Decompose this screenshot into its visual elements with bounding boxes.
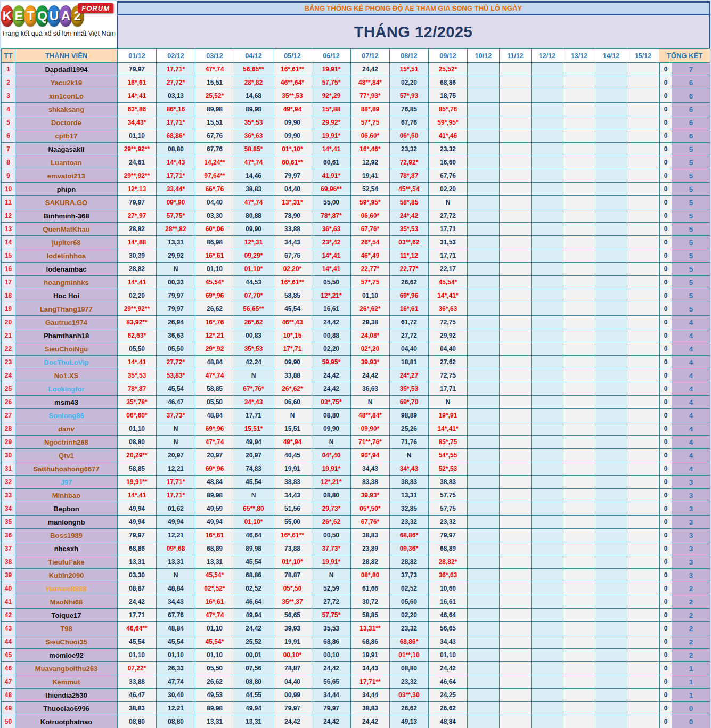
member-link[interactable]: T98 bbox=[15, 622, 118, 635]
member-link[interactable]: Phamthanh18 bbox=[15, 329, 118, 342]
member-link[interactable]: Luantoan bbox=[15, 156, 118, 169]
member-link[interactable]: LangThang1977 bbox=[15, 302, 118, 316]
member-row: 41MaoNhi6824,4234,4316*,6146,6435**,3727… bbox=[2, 595, 710, 609]
empty-cell bbox=[532, 702, 563, 715]
member-link[interactable]: Yacu2k19 bbox=[15, 76, 118, 89]
member-link[interactable]: danv bbox=[15, 422, 118, 436]
member-link[interactable]: Kotruotphatnao bbox=[15, 715, 118, 728]
member-link[interactable]: SieuChuoi35 bbox=[15, 635, 118, 649]
value-cell: 24,42 bbox=[312, 316, 351, 329]
member-link[interactable]: jupiter68 bbox=[15, 236, 118, 249]
member-link[interactable]: Thuoclao6996 bbox=[15, 702, 118, 715]
member-link[interactable]: Binhminh-368 bbox=[15, 209, 118, 223]
member-link[interactable]: Gautruc1974 bbox=[15, 316, 118, 329]
value-cell: 83,92** bbox=[118, 316, 157, 329]
empty-cell bbox=[468, 76, 500, 89]
member-link[interactable]: xin1conLo bbox=[15, 89, 118, 103]
member-link[interactable]: emvatoi213 bbox=[15, 169, 118, 183]
value-cell: 28,82 bbox=[351, 555, 390, 569]
member-link[interactable]: Bepbon bbox=[15, 502, 118, 516]
member-link[interactable]: No1.XS bbox=[15, 369, 118, 382]
member-row: 1Dapdadi199479,9717,71*47*,7456,65**16*,… bbox=[2, 63, 710, 76]
value-cell: 05,50 bbox=[157, 342, 195, 356]
zero-cell: 0 bbox=[659, 635, 672, 649]
empty-cell bbox=[627, 662, 659, 675]
empty-cell bbox=[500, 276, 532, 289]
empty-cell bbox=[468, 502, 500, 516]
empty-cell bbox=[563, 689, 595, 702]
member-link[interactable]: Doctorde bbox=[15, 116, 118, 129]
value-cell: 05,50 bbox=[195, 396, 234, 409]
member-link[interactable]: Ngoctrinh268 bbox=[15, 436, 118, 449]
empty-cell bbox=[627, 595, 659, 609]
rank-cell: 5 bbox=[2, 116, 15, 129]
value-cell: 03**,62 bbox=[390, 236, 429, 249]
empty-cell bbox=[627, 702, 659, 715]
member-link[interactable]: Hainam8888 bbox=[15, 582, 118, 595]
member-link[interactable]: DocThuLoVip bbox=[15, 356, 118, 369]
rank-cell: 37 bbox=[2, 542, 15, 555]
member-link[interactable]: Boss1989 bbox=[15, 529, 118, 542]
value-cell: 29,92* bbox=[312, 116, 351, 129]
zero-cell: 0 bbox=[659, 582, 672, 595]
member-link[interactable]: MaoNhi68 bbox=[15, 595, 118, 609]
member-link[interactable]: phipn bbox=[15, 183, 118, 196]
member-link[interactable]: momloe92 bbox=[15, 649, 118, 662]
value-cell: 68,86* bbox=[157, 129, 195, 143]
member-link[interactable]: manlongnb bbox=[15, 516, 118, 529]
member-row: 29Ngoctrinh26808,80N47*,7449,9449*,94N71… bbox=[2, 436, 710, 449]
member-link[interactable]: cptb17 bbox=[15, 129, 118, 143]
value-cell: 27,72 bbox=[429, 209, 468, 223]
member-link[interactable]: msm43 bbox=[15, 396, 118, 409]
member-link[interactable]: SAKURA.GO bbox=[15, 196, 118, 209]
value-cell: 66*,76 bbox=[195, 183, 234, 196]
member-link[interactable]: Dapdadi1994 bbox=[15, 63, 118, 76]
member-link[interactable]: thiendia2530 bbox=[15, 689, 118, 702]
member-link[interactable]: J97 bbox=[15, 476, 118, 489]
value-cell: 27,72 bbox=[390, 329, 429, 342]
member-link[interactable]: Kemmut bbox=[15, 675, 118, 689]
member-link[interactable]: shkaksang bbox=[15, 103, 118, 116]
value-cell: 00,10 bbox=[312, 649, 351, 662]
member-link[interactable]: Kubin2090 bbox=[15, 569, 118, 582]
forum-logo[interactable]: KETQUA2FORUM Trang kết quả xổ số lớn nhấ… bbox=[1, 1, 118, 48]
value-cell: 14*,41 bbox=[118, 276, 157, 289]
empty-cell bbox=[563, 502, 595, 516]
member-link[interactable]: TieufuFake bbox=[15, 555, 118, 569]
empty-cell bbox=[627, 356, 659, 369]
empty-cell bbox=[595, 342, 627, 356]
member-link[interactable]: Sonlong86 bbox=[15, 409, 118, 422]
value-cell: 68,86* bbox=[390, 529, 429, 542]
member-link[interactable]: Lookingfor bbox=[15, 382, 118, 396]
empty-cell bbox=[468, 542, 500, 555]
member-link[interactable]: nhcsxh bbox=[15, 542, 118, 555]
value-cell: 23,32 bbox=[390, 143, 429, 156]
member-link[interactable]: Minhbao bbox=[15, 489, 118, 502]
empty-cell bbox=[627, 609, 659, 622]
zero-cell: 0 bbox=[659, 689, 672, 702]
member-link[interactable]: Qtv1 bbox=[15, 449, 118, 462]
member-link[interactable]: SieuChoiNgu bbox=[15, 342, 118, 356]
member-link[interactable]: Muavangboithu263 bbox=[15, 662, 118, 675]
value-cell: 12,21 bbox=[157, 702, 195, 715]
empty-cell bbox=[468, 555, 500, 569]
member-link[interactable]: lodenambac bbox=[15, 263, 118, 276]
empty-cell bbox=[627, 436, 659, 449]
member-link[interactable]: Naagasakii bbox=[15, 143, 118, 156]
empty-cell bbox=[563, 396, 595, 409]
rank-cell: 6 bbox=[2, 129, 15, 143]
member-link[interactable]: Satthuhoahong6677 bbox=[15, 462, 118, 476]
empty-cell bbox=[595, 316, 627, 329]
value-cell: 01,10 bbox=[118, 129, 157, 143]
member-link[interactable]: lodetinhhoa bbox=[15, 249, 118, 263]
member-link[interactable]: Hoc Hoi bbox=[15, 289, 118, 302]
member-link[interactable]: Toique17 bbox=[15, 609, 118, 622]
member-row: 46Muavangboithu26307,22*26,3305,5007,567… bbox=[2, 662, 710, 675]
value-cell: 16*,61 bbox=[390, 302, 429, 316]
member-link[interactable]: hoangminhks bbox=[15, 276, 118, 289]
empty-cell bbox=[500, 609, 532, 622]
member-link[interactable]: QuenMatKhau bbox=[15, 223, 118, 236]
zero-cell: 0 bbox=[659, 555, 672, 569]
value-cell: 56,65 bbox=[429, 622, 468, 635]
value-cell: 67,76 bbox=[195, 129, 234, 143]
